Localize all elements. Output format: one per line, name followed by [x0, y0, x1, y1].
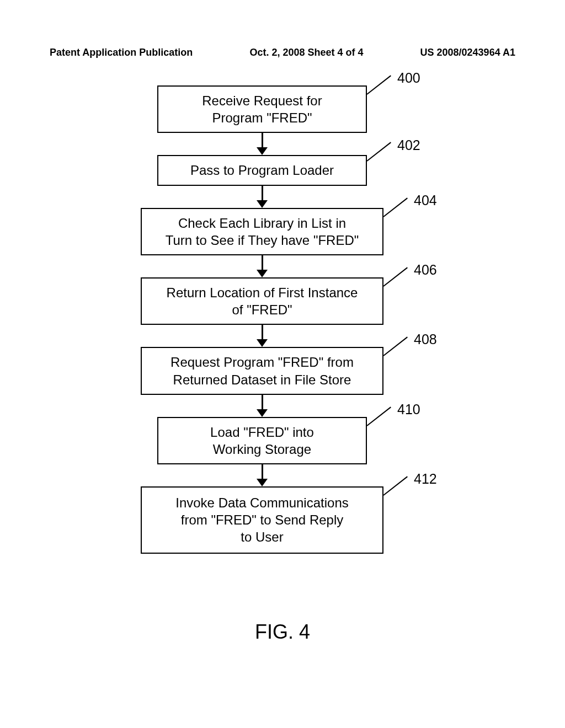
flow-arrow-icon — [257, 255, 268, 277]
step-text: Working Storage — [213, 442, 311, 457]
step-text: Return Location of First Instance — [167, 285, 358, 300]
step-408: Request Program "FRED" from Returned Dat… — [141, 347, 383, 416]
step-label: 406 — [414, 262, 437, 278]
step-label: 408 — [414, 331, 437, 347]
flow-arrow-icon — [257, 325, 268, 347]
flowchart: Receive Request for Program "FRED" 400 P… — [108, 85, 417, 554]
step-text: Program "FRED" — [212, 110, 312, 125]
step-text: Returned Dataset in File Store — [173, 372, 351, 387]
step-text: Turn to See if They have "FRED" — [166, 233, 359, 248]
step-text: of "FRED" — [232, 302, 292, 317]
callout-line — [383, 267, 408, 286]
page-header: Patent Application Publication Oct. 2, 2… — [0, 47, 565, 58]
figure-label: FIG. 4 — [0, 620, 565, 644]
callout-line — [383, 197, 408, 217]
step-400: Receive Request for Program "FRED" 400 — [157, 85, 367, 155]
step-text: Pass to Program Loader — [190, 163, 334, 178]
step-label: 400 — [397, 70, 420, 86]
callout-line — [383, 476, 408, 495]
step-box: Return Location of First Instance of "FR… — [141, 277, 383, 325]
step-412: Invoke Data Communications from "FRED" t… — [141, 486, 383, 554]
step-text: Invoke Data Communications — [175, 495, 348, 510]
step-label: 410 — [397, 402, 420, 417]
step-box: Check Each Library in List in Turn to Se… — [141, 208, 383, 255]
step-410: Load "FRED" into Working Storage 410 — [157, 417, 367, 486]
flow-arrow-icon — [257, 133, 268, 155]
step-label: 402 — [397, 137, 420, 153]
callout-line — [383, 337, 408, 356]
step-text: Load "FRED" into — [210, 425, 314, 440]
step-text: to User — [241, 529, 283, 544]
header-sheet-info: Oct. 2, 2008 Sheet 4 of 4 — [249, 47, 363, 58]
step-404: Check Each Library in List in Turn to Se… — [141, 208, 383, 277]
flow-arrow-icon — [257, 395, 268, 417]
step-label: 404 — [414, 192, 437, 208]
step-406: Return Location of First Instance of "FR… — [141, 277, 383, 347]
header-publication: Patent Application Publication — [50, 47, 193, 58]
step-box: Pass to Program Loader — [157, 155, 367, 185]
header-pub-number: US 2008/0243964 A1 — [420, 47, 515, 58]
step-box: Request Program "FRED" from Returned Dat… — [141, 347, 383, 394]
step-box: Receive Request for Program "FRED" — [157, 85, 367, 133]
callout-line — [366, 75, 391, 94]
step-402: Pass to Program Loader 402 — [157, 155, 367, 207]
flow-arrow-icon — [257, 464, 268, 486]
flow-arrow-icon — [257, 186, 268, 208]
step-text: Check Each Library in List in — [178, 216, 346, 231]
step-text: from "FRED" to Send Reply — [181, 512, 343, 527]
step-label: 412 — [414, 471, 437, 487]
step-text: Request Program "FRED" from — [170, 355, 354, 370]
step-text: Receive Request for — [202, 93, 322, 108]
step-box: Load "FRED" into Working Storage — [157, 417, 367, 464]
step-box: Invoke Data Communications from "FRED" t… — [141, 486, 383, 554]
callout-line — [366, 142, 391, 162]
